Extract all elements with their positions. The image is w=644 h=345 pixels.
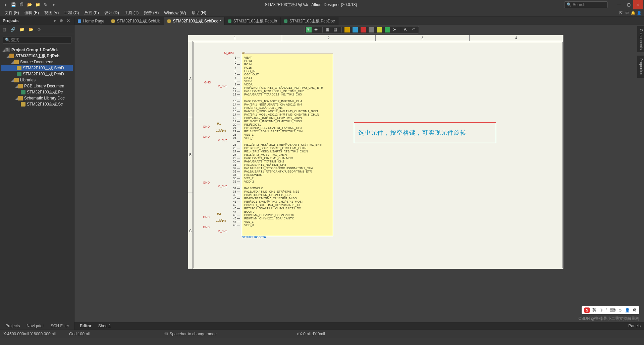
menu-design[interactable]: 设计 (D) <box>102 10 122 16</box>
menu-help[interactable]: 帮助 (H) <box>189 10 209 16</box>
notify-icon[interactable]: 🔔 <box>630 11 636 15</box>
menu-view[interactable]: 视图 (V) <box>42 10 61 16</box>
folder2-icon[interactable]: 📂 <box>29 27 34 32</box>
tree-schlib-folder[interactable]: ◢Schematic Library Doc <box>1 95 73 101</box>
link-icon[interactable]: 🔗 <box>10 27 15 32</box>
save-icon[interactable]: 💾 <box>11 2 16 7</box>
tab-home[interactable]: Home Page <box>74 17 108 25</box>
tree-lib-folder[interactable]: ◢Libraries <box>1 77 73 83</box>
status-hint: Hit Spacebar to change mode <box>163 332 217 336</box>
gnd-label-5: GND <box>203 215 210 219</box>
tab-sheet1[interactable]: Sheet1 <box>95 324 114 328</box>
ime-tool-icon: 🛠 <box>633 308 637 313</box>
menu-tools[interactable]: 工具 (T) <box>122 10 142 16</box>
watermark: CSDN @鲁棒最小二乘支持向量机 <box>578 316 639 322</box>
project-tree[interactable]: ◢🗎Project Group 1.DsnWrk ◢STM32F103主板.Pr… <box>0 46 74 322</box>
maximize-button[interactable]: ▢ <box>624 0 633 9</box>
gnd-label-2: GND <box>203 125 210 128</box>
tab-schlib[interactable]: STM32F103主板.SchLib <box>108 17 164 25</box>
menu-report[interactable]: 报告 (R) <box>141 10 161 16</box>
net-icon[interactable] <box>385 27 390 32</box>
menu-project[interactable]: 工程 (C) <box>61 10 82 16</box>
pin-names: VBAT PC13 PC14 PC15 OSC_IN OSC_OUT NRST … <box>242 54 333 229</box>
tree-file-schdoc[interactable]: STM32F103主板.SchD <box>1 65 73 71</box>
arc-icon[interactable]: ◠ <box>412 27 417 32</box>
global-search[interactable]: 🔍 Search <box>564 1 608 8</box>
tree-pcblib-folder[interactable]: ◢PCB Library Documen <box>1 83 73 89</box>
tab-navigator[interactable]: Navigator <box>23 324 47 328</box>
refresh-icon[interactable]: ⟳ <box>38 27 41 32</box>
panels-button[interactable]: Panels <box>625 324 644 328</box>
menu-window[interactable]: Window (W) <box>161 11 189 15</box>
minimize-button[interactable]: — <box>614 0 624 9</box>
save-all-icon[interactable]: 🗐 <box>19 2 24 7</box>
tree-file-pcblib[interactable]: STM32F103主板.Pc <box>1 89 73 95</box>
projects-toolbar: ▥ 🔗 📁 📂 ⟳ <box>0 25 74 34</box>
search-placeholder: Search <box>573 2 585 7</box>
side-tab-components[interactable]: Components <box>637 26 644 52</box>
highlight-icon[interactable] <box>377 27 382 32</box>
folder-icon[interactable]: 📁 <box>19 27 24 32</box>
settings-icon[interactable]: ⚙ <box>624 11 630 15</box>
filter-icon[interactable]: ▼ <box>306 27 312 32</box>
rotate-icon[interactable]: ↻ <box>43 2 48 7</box>
page-icon[interactable]: ▤ <box>333 27 339 32</box>
align-c-icon[interactable] <box>353 27 358 32</box>
tab-pcbdoc[interactable]: STM32F103主板.PcbDoc <box>281 17 338 25</box>
ime-icon: S <box>584 307 590 313</box>
tree-project[interactable]: ◢STM32F103主板.PrjPcb <box>1 53 73 59</box>
share-icon[interactable]: ⇱ <box>618 11 624 15</box>
new-file-icon[interactable]: ▥ <box>3 27 6 32</box>
gnd-label-4: GND <box>203 181 210 184</box>
projects-search[interactable]: 🔍 查找 <box>3 36 71 44</box>
window-title: STM32F103主板.PrjPcb - Altium Designer (20… <box>58 2 564 8</box>
component-u1[interactable]: 1 —2 —3 —4 —5 —6 —7 —8 —9 —10 —11 —12 — … <box>242 54 333 236</box>
menu-bar: 文件 (F) 编辑 (E) 视图 (V) 工程 (C) 放置 (P) 设计 (D… <box>0 9 644 17</box>
ime-moon-icon: ☽ <box>599 308 603 313</box>
tab-projects[interactable]: Projects <box>2 324 23 328</box>
menu-file[interactable]: 文件 (F) <box>2 10 22 16</box>
grid-icon[interactable]: ▦ <box>325 27 331 32</box>
ime-comma-icon: " <box>605 308 607 313</box>
search-icon: 🔍 <box>567 2 572 7</box>
panel-bottom-tabs: Projects Navigator SCH Filter <box>0 322 74 330</box>
tab-sch-filter[interactable]: SCH Filter <box>47 324 72 328</box>
tree-file-schlib[interactable]: STM32F103主板.Sc <box>1 101 73 107</box>
power-label-5: M_3V3 <box>218 229 227 233</box>
panel-controls[interactable]: ▾ ⁜ ✕ <box>54 18 71 23</box>
tree-file-pcbdoc[interactable]: STM32F103主板.PcbD <box>1 71 73 77</box>
menu-place[interactable]: 放置 (P) <box>82 10 101 16</box>
align-r-icon[interactable] <box>361 27 366 32</box>
projects-search-placeholder: 查找 <box>11 37 19 43</box>
side-tab-properties[interactable]: Properties <box>637 56 644 78</box>
open-icon[interactable]: 📂 <box>27 2 32 7</box>
arrow-icon[interactable]: ➤ <box>393 27 398 32</box>
align-l-icon[interactable] <box>344 27 350 32</box>
schematic-sheet[interactable]: 1234 ABC M_3V3 U1 GND M_3V3 R1 10k/1% GN… <box>188 35 564 269</box>
dropdown-icon[interactable]: ▾ <box>51 2 56 7</box>
pin-numbers: 1 —2 —3 —4 —5 —6 —7 —8 —9 —10 —11 —12 — … <box>222 56 240 227</box>
tab-schdoc[interactable]: STM32F103主板.SchDoc * <box>164 17 224 25</box>
res1-designator: R1 <box>217 122 221 125</box>
open-project-icon[interactable]: 📁 <box>35 2 40 7</box>
projects-panel-title: Projects <box>3 18 18 23</box>
user-icon[interactable]: 👤 <box>636 11 642 15</box>
res2-designator: R2 <box>217 212 221 215</box>
schematic-canvas[interactable]: ▼ ✚ ▦ ▤ ➤ A ◠ 1234 <box>74 25 644 322</box>
text-icon[interactable]: A <box>404 27 409 32</box>
active-bar[interactable]: ▼ ✚ ▦ ▤ ➤ A ◠ <box>305 26 419 33</box>
title-bar: ◗ 💾 🗐 📂 📁 ↻ ▾ STM32F103主板.PrjPcb - Altiu… <box>0 0 644 9</box>
menu-edit[interactable]: 编辑 (E) <box>22 10 42 16</box>
tree-workspace[interactable]: ◢🗎Project Group 1.DsnWrk <box>1 47 73 53</box>
tab-editor[interactable]: Editor <box>76 324 95 328</box>
cross-icon[interactable]: ✚ <box>314 27 320 32</box>
distr-icon[interactable] <box>369 27 374 32</box>
ruler-top: 1234 <box>188 35 563 41</box>
projects-panel-header: Projects ▾ ⁜ ✕ <box>0 17 74 25</box>
close-button[interactable]: ✕ <box>633 0 643 9</box>
ime-bar[interactable]: S 英 ☽ " ⌨ ☺ 👤 🛠 <box>582 306 639 314</box>
annotation-box: 选中元件，按空格键，可实现元件旋转 <box>354 122 496 143</box>
tree-src-folder[interactable]: ◢Source Documents <box>1 59 73 65</box>
tab-pcblib[interactable]: STM32F103主板.PcbLib <box>225 17 281 25</box>
search-icon: 🔍 <box>5 38 10 42</box>
